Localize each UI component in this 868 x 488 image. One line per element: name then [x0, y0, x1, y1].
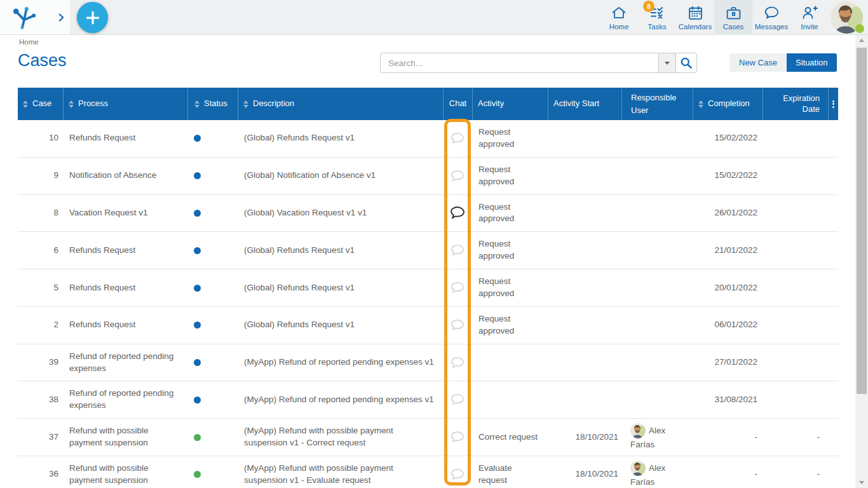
cell-activity-start [548, 281, 621, 294]
breadcrumb[interactable]: Home [19, 38, 39, 46]
column-header-process[interactable]: Process [63, 88, 187, 120]
nav-label: Invite [801, 23, 818, 30]
cell-activity: Request approved [472, 269, 548, 306]
nav-label: Messages [755, 23, 788, 30]
chat-bubble-icon[interactable] [451, 393, 465, 406]
cell-expiration-date [763, 319, 828, 332]
column-label: Activity Start [553, 98, 599, 109]
search-options-dropdown[interactable] [658, 53, 675, 72]
cell-activity: Request approved [472, 195, 548, 232]
cell-responsible-user [621, 322, 693, 329]
cell-activity-start [548, 207, 621, 219]
status-dot [194, 285, 201, 292]
chat-bubble-icon[interactable] [451, 319, 465, 332]
nav-item-invite[interactable]: Invite [790, 0, 829, 35]
cell-expiration-date [763, 393, 828, 406]
cell-row-menu [828, 207, 841, 219]
nav-label: Tasks [648, 23, 666, 30]
scroll-up-button[interactable] [855, 35, 868, 46]
cell-description: (Global) Refunds Request v1 [238, 276, 443, 301]
vertical-scrollbar[interactable] [855, 35, 868, 488]
chat-bubble-icon[interactable] [451, 244, 465, 257]
cell-activity-start [548, 356, 621, 369]
chat-bubble-icon[interactable] [451, 468, 465, 481]
cell-responsible-user [621, 284, 693, 292]
cell-activity-start: 18/10/2021 [548, 462, 621, 487]
nav-item-tasks[interactable]: 8 Tasks [638, 0, 676, 35]
table-row[interactable]: 5 Refunds Request (Global) Refunds Reque… [18, 269, 838, 307]
column-header-case[interactable]: Case [18, 88, 63, 120]
table-row[interactable]: 2 Refunds Request (Global) Refunds Reque… [18, 307, 838, 344]
cell-activity: Request approved [472, 120, 548, 157]
situation-button[interactable]: Situation [787, 53, 837, 72]
chat-bubble-icon[interactable] [451, 170, 465, 182]
cell-activity [472, 356, 548, 369]
expand-chevron-icon[interactable] [48, 13, 64, 22]
chat-bubble-icon[interactable] [450, 206, 465, 220]
scrollbar-thumb[interactable] [857, 48, 867, 394]
cell-case-number: 2 [18, 313, 63, 337]
column-label: Case [32, 98, 51, 109]
column-header-desc[interactable]: Description [238, 88, 443, 120]
cell-activity: Correct request [472, 425, 548, 450]
chat-bubble-icon[interactable] [451, 132, 465, 145]
nav-label: Home [609, 23, 629, 30]
page-title: Cases [18, 51, 67, 71]
chat-bubble-icon[interactable] [451, 431, 465, 444]
column-header-completion[interactable]: Completion [693, 88, 763, 120]
table-row[interactable]: 8 Vacation Request v1 (Global) Vacation … [18, 195, 838, 233]
table-row[interactable]: 6 Refunds Request (Global) Refunds Reque… [18, 232, 838, 269]
user-avatar[interactable] [831, 1, 863, 34]
column-label: Chat [449, 98, 466, 109]
cell-process: Refund of reported pending expenses [63, 344, 187, 381]
table-row[interactable]: 10 Refunds Request (Global) Refunds Requ… [18, 120, 838, 158]
search-button[interactable] [675, 53, 696, 72]
bizagi-logo-icon[interactable] [10, 4, 37, 30]
cell-case-number: 8 [18, 201, 63, 226]
column-label: Expiration Date [768, 93, 820, 115]
cell-process: Refunds Request [63, 276, 187, 301]
cases-page: Home 8 Tasks [0, 0, 868, 488]
magnifier-icon [680, 57, 693, 69]
cell-status [187, 201, 238, 226]
cell-row-menu [828, 281, 841, 294]
nav-label: Calendars [679, 23, 712, 30]
table-row[interactable]: 38 Refund of reported pending expenses (… [18, 381, 838, 419]
create-new-case-button[interactable] [77, 2, 108, 33]
new-case-button[interactable]: New Case [729, 53, 787, 72]
chat-bubble-icon[interactable] [451, 356, 465, 369]
cell-completion: - [693, 462, 763, 487]
nav-item-calendars[interactable]: Calendars [676, 0, 714, 35]
cell-case-number: 9 [18, 163, 63, 188]
nav-item-cases[interactable]: Cases [714, 0, 752, 35]
calendar-icon [687, 4, 703, 21]
scroll-down-button[interactable] [855, 477, 868, 488]
table-row[interactable]: 37 Refund with possible payment suspensi… [18, 419, 838, 456]
table-row[interactable]: 39 Refund of reported pending expenses (… [18, 344, 838, 382]
cell-chat [443, 130, 472, 147]
sort-icon [69, 100, 74, 108]
table-row[interactable]: 9 Notification of Absence (Global) Notif… [18, 158, 838, 195]
status-dot [194, 172, 201, 179]
nav-item-home[interactable]: Home [600, 0, 638, 35]
cell-row-menu [828, 319, 841, 332]
cell-case-number: 10 [18, 126, 63, 151]
cell-completion: 31/08/2021 [693, 388, 763, 412]
search-input[interactable] [381, 53, 658, 72]
status-dot [194, 396, 201, 403]
main-nav: Home 8 Tasks [600, 0, 829, 35]
cell-status [187, 425, 238, 450]
column-settings-button[interactable] [828, 88, 838, 120]
cell-responsible-user: Alex Farías [621, 457, 693, 488]
sort-icon [23, 100, 28, 108]
nav-item-messages[interactable]: Messages [752, 0, 790, 35]
cell-expiration-date [763, 281, 828, 294]
responsible-avatar [630, 423, 646, 438]
tasks-count-badge: 8 [643, 1, 654, 12]
table-row[interactable]: 36 Refund with possible payment suspensi… [18, 456, 838, 488]
cell-chat [443, 203, 472, 222]
chat-bubble-icon[interactable] [451, 281, 465, 294]
cell-process: Notification of Absence [63, 163, 187, 188]
cell-status [187, 238, 238, 263]
column-header-status[interactable]: Status [187, 88, 238, 120]
